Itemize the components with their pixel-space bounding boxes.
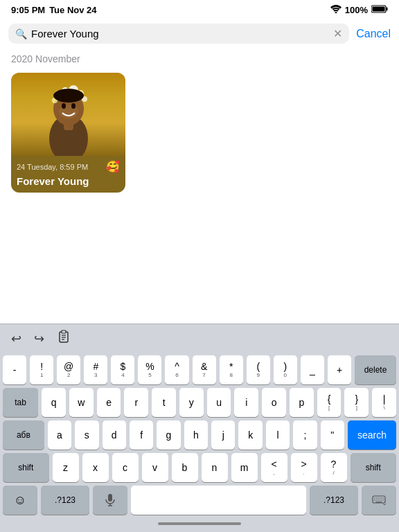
key-y[interactable]: y [179,388,204,417]
key-g[interactable]: g [157,420,180,450]
key-plus[interactable]: + [328,355,351,384]
key-k[interactable]: k [238,420,262,450]
search-input-wrapper[interactable]: 🔍 ✕ [8,24,349,44]
key-c[interactable]: c [112,453,139,482]
svg-point-16 [53,89,84,103]
key-v[interactable]: v [142,453,168,482]
space-key[interactable] [131,486,306,515]
key-caret[interactable]: ^6 [165,355,188,384]
key-rbrace[interactable]: }] [344,388,369,417]
date: Tue Nov 24 [49,5,96,15]
key-t[interactable]: t [152,388,176,417]
emoji-key[interactable]: ☺ [3,486,37,515]
key-f[interactable]: f [130,420,153,450]
numbers-key-right[interactable]: .?123 [310,486,358,515]
key-m[interactable]: m [231,453,258,482]
status-bar: 9:05 PM Tue Nov 24 100% [0,0,399,19]
key-slash[interactable]: ?/ [321,453,347,482]
caps-key[interactable]: абв [3,420,44,450]
key-i[interactable]: i [234,388,258,417]
key-percent[interactable]: %5 [138,355,161,384]
key-lbrace[interactable]: {[ [317,388,342,417]
key-quote[interactable]: " [321,420,344,450]
card-emoji: 🥰 [106,160,120,173]
zxcv-row: shift z x c v b n m <, >. ?/ shift [3,453,396,482]
key-dollar[interactable]: $4 [111,355,134,384]
svg-rect-2 [387,7,388,10]
key-x[interactable]: x [82,453,109,482]
mic-key[interactable] [93,486,127,515]
shift-left-key[interactable]: shift [3,453,49,482]
key-s[interactable]: s [75,420,98,450]
key-u[interactable]: u [207,388,231,417]
numbers-key-left[interactable]: .?123 [41,486,89,515]
card-info: 24 Tuesday, 8:59 PM 🥰 Forever Young [11,156,125,193]
key-period[interactable]: >. [291,453,317,482]
key-semicolon[interactable]: ; [293,420,317,450]
search-icon: 🔍 [15,28,27,39]
key-underscore[interactable]: _ [301,355,324,384]
memory-card[interactable]: 24 Tuesday, 8:59 PM 🥰 Forever Young [11,73,125,193]
key-lparen[interactable]: (9 [247,355,270,384]
key-amp[interactable]: &7 [193,355,216,384]
cancel-button[interactable]: Cancel [356,28,391,40]
svg-rect-18 [62,330,66,333]
tab-key[interactable]: tab [3,388,38,417]
shift-right-key[interactable]: shift [351,453,397,482]
keyboard: - !1 @2 #3 $4 %5 ^6 &7 *8 (9 )0 _ + dele… [0,353,399,515]
key-b[interactable]: b [172,453,198,482]
memory-card-image [11,73,125,156]
search-bar-container: 🔍 ✕ Cancel [0,19,399,48]
number-row: - !1 @2 #3 $4 %5 ^6 &7 *8 (9 )0 _ + dele… [3,355,396,384]
key-l[interactable]: l [266,420,290,450]
undo-button[interactable]: ↩ [8,330,24,348]
key-q[interactable]: q [42,388,66,417]
battery-icon [371,5,388,15]
status-right: 100% [330,5,388,15]
key-d[interactable]: d [103,420,126,450]
key-w[interactable]: w [69,388,94,417]
status-left: 9:05 PM Tue Nov 24 [11,5,97,15]
qwerty-row1: tab q w e r t y u i o p {[ }] |\ [3,388,396,417]
clear-button[interactable]: ✕ [333,28,342,39]
key-star[interactable]: *8 [220,355,243,384]
home-bar [0,518,399,532]
redo-button[interactable]: ↪ [31,330,47,348]
svg-point-9 [71,103,76,109]
key-r[interactable]: r [124,388,148,417]
key-z[interactable]: z [53,453,79,482]
key-comma[interactable]: <, [261,453,287,482]
clipboard-button[interactable] [54,328,73,348]
keyboard-key[interactable] [362,486,396,515]
svg-point-0 [335,12,337,13]
key-exclaim[interactable]: !1 [30,355,53,384]
svg-rect-3 [373,6,385,11]
key-a[interactable]: a [48,420,71,450]
svg-point-8 [62,103,66,109]
card-date: 24 Tuesday, 8:59 PM [17,163,88,171]
key-hash[interactable]: #3 [84,355,107,384]
key-j[interactable]: j [211,420,235,450]
search-input[interactable] [31,28,329,39]
card-title: Forever Young [17,175,120,187]
key-p[interactable]: p [290,388,314,417]
key-e[interactable]: e [97,388,121,417]
delete-button[interactable]: delete [355,355,396,384]
key-n[interactable]: n [202,453,228,482]
key-minus[interactable]: - [3,355,26,384]
section-header: 2020 November [0,48,399,67]
key-at[interactable]: @2 [57,355,80,384]
keyboard-toolbar: ↩ ↪ [0,323,399,353]
asdf-row: абв a s d f g h j k l ; " search [3,420,396,450]
keyboard-area: ↩ ↪ - !1 @2 #3 $4 %5 ^6 &7 *8 (9 )0 _ [0,323,399,532]
key-h[interactable]: h [184,420,208,450]
key-o[interactable]: o [262,388,286,417]
svg-rect-22 [108,494,112,502]
wifi-icon [330,5,342,15]
search-button[interactable]: search [348,420,396,450]
key-rparen[interactable]: )0 [274,355,297,384]
key-pipe[interactable]: |\ [372,388,396,417]
content-area: 24 Tuesday, 8:59 PM 🥰 Forever Young [0,67,399,198]
home-bar-line [158,522,241,525]
bottom-row: ☺ .?123 .?123 [3,486,396,515]
